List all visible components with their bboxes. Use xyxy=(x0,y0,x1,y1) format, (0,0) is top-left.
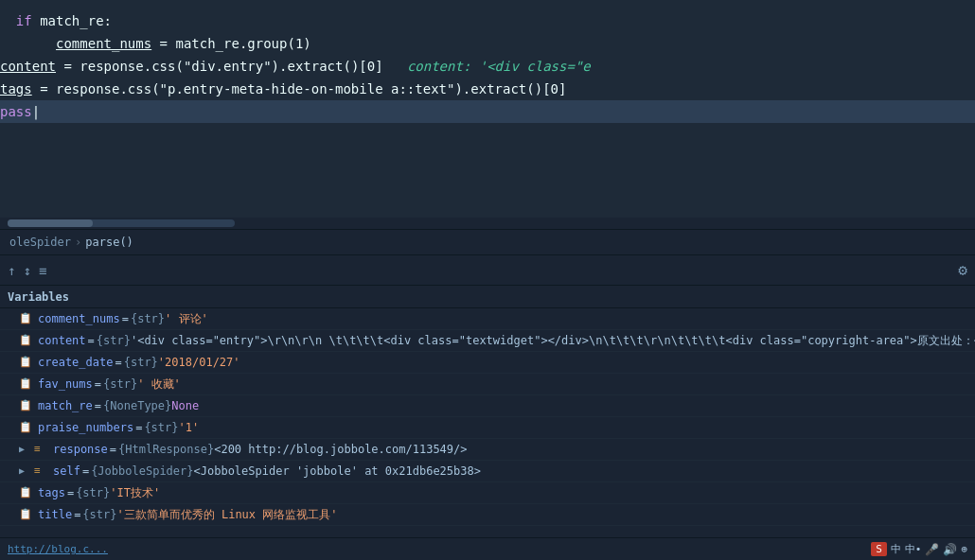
var-value: None xyxy=(171,397,199,414)
var-type: {str} xyxy=(131,310,165,327)
var-row-comment-nums[interactable]: 📋 comment_nums = {str} ' 评论' xyxy=(0,308,975,330)
status-icon-cn: 中 xyxy=(891,542,901,556)
status-url: http://blog.c... xyxy=(8,543,108,555)
step-into-icon[interactable]: ↕ xyxy=(23,263,30,278)
settings-icon[interactable]: ⚙ xyxy=(958,261,967,279)
var-type: {str} xyxy=(103,376,137,393)
status-s-badge: S xyxy=(871,542,887,556)
var-name: response xyxy=(53,441,108,458)
code-line-4: tags = response.css("p.entry-meta-hide-o… xyxy=(0,78,975,100)
var-name: title xyxy=(38,506,72,523)
var-equals: = xyxy=(135,419,142,436)
breadcrumb-parent: oleSpider xyxy=(9,236,71,249)
var-name: create_date xyxy=(38,354,113,371)
code-text: = response.css("p.entry-meta-hide-on-mob… xyxy=(32,81,567,96)
scrollbar-thumb[interactable] xyxy=(8,219,93,227)
keyword-if: if xyxy=(16,13,32,28)
var-equals: = xyxy=(67,484,74,501)
variables-list[interactable]: 📋 comment_nums = {str} ' 评论' 📋 content =… xyxy=(0,308,975,560)
code-text: = response.css("div.entry").extract()[0] xyxy=(56,59,383,74)
var-dict-icon: 📋 xyxy=(19,506,32,523)
code-line-empty xyxy=(0,123,975,146)
code-line-empty3 xyxy=(0,168,975,191)
var-equals: = xyxy=(88,332,95,349)
expand-icon[interactable]: ▶ xyxy=(19,441,30,458)
var-value: ' 收藏' xyxy=(137,376,181,393)
variables-title: Variables xyxy=(8,290,69,304)
var-value: '三款简单而优秀的 Linux 网络监视工具' xyxy=(116,506,337,523)
var-row-match-re[interactable]: 📋 match_re = {NoneType} None xyxy=(0,395,975,417)
var-name: praise_numbers xyxy=(38,419,133,436)
var-value: '2018/01/27' xyxy=(158,354,240,371)
code-line-empty2 xyxy=(0,146,975,168)
var-equals: = xyxy=(115,354,121,371)
var-list-icon: ≡ xyxy=(34,441,47,458)
var-list-icon: ≡ xyxy=(34,463,47,480)
var-name: match_re xyxy=(38,397,93,414)
var-name: fav_nums xyxy=(38,376,93,393)
var-type: {JobboleSpider} xyxy=(91,463,193,480)
var-dict-icon: 📋 xyxy=(19,397,32,414)
var-row-fav-nums[interactable]: 📋 fav_nums = {str} ' 收藏' xyxy=(0,374,975,395)
var-content: content xyxy=(0,59,56,74)
debugger-toolbar: ↑ ↕ ≡ ⚙ xyxy=(0,255,975,286)
var-tags: tags xyxy=(0,81,32,96)
var-equals: = xyxy=(95,397,101,414)
code-line-1: if match_re: xyxy=(0,9,975,32)
var-row-response[interactable]: ▶ ≡ response = {HtmlResponse} <200 http:… xyxy=(0,439,975,461)
expand-icon[interactable]: ▶ xyxy=(19,463,30,480)
step-over-icon[interactable]: ↑ xyxy=(8,263,15,278)
var-dict-icon: 📋 xyxy=(19,310,32,327)
var-row-self[interactable]: ▶ ≡ self = {JobboleSpider} <JobboleSpide… xyxy=(0,461,975,482)
var-name: self xyxy=(53,463,80,480)
status-icon-extra: ⊕ xyxy=(961,543,967,555)
var-dict-icon: 📋 xyxy=(19,376,32,393)
status-icon-speaker: 🔊 xyxy=(943,543,957,556)
var-equals: = xyxy=(122,310,129,327)
var-type: {HtmlResponse} xyxy=(118,441,214,458)
var-value: <200 http://blog.jobbole.com/113549/> xyxy=(214,441,467,458)
var-row-title[interactable]: 📋 title = {str} '三款简单而优秀的 Linux 网络监视工具' xyxy=(0,504,975,526)
code-line-2: comment_nums = match_re.group(1) xyxy=(0,32,975,55)
code-line-3: content = response.css("div.entry").extr… xyxy=(0,55,975,78)
var-equals: = xyxy=(82,463,89,480)
var-type: {str} xyxy=(97,332,131,349)
keyword-pass: pass xyxy=(0,104,32,119)
var-dict-icon: 📋 xyxy=(19,354,32,371)
main-window: if match_re: comment_nums = match_re.gro… xyxy=(0,0,975,560)
var-type: {str} xyxy=(124,354,158,371)
frames-icon[interactable]: ≡ xyxy=(39,263,46,278)
var-row-create-date[interactable]: 📋 create_date = {str} '2018/01/27' xyxy=(0,352,975,374)
var-dict-icon: 📋 xyxy=(19,419,32,436)
var-name: content xyxy=(38,332,86,349)
code-line-5: pass| xyxy=(0,100,975,123)
scrollbar-track[interactable] xyxy=(8,219,235,227)
code-editor[interactable]: if match_re: comment_nums = match_re.gro… xyxy=(0,0,975,218)
breadcrumb: oleSpider › parse() xyxy=(0,229,975,255)
code-text: = match_re.group(1) xyxy=(151,36,311,51)
code-text: match_re: xyxy=(32,13,112,28)
var-row-content[interactable]: 📋 content = {str} '<div class="entry">\r… xyxy=(0,330,975,352)
var-row-tags[interactable]: 📋 tags = {str} 'IT技术' xyxy=(0,482,975,504)
var-value: '1' xyxy=(179,419,200,436)
var-equals: = xyxy=(74,506,80,523)
breadcrumb-separator: › xyxy=(75,236,81,249)
var-dict-icon: 📋 xyxy=(19,484,32,501)
status-icon-cn2: 中• xyxy=(905,542,922,556)
status-right-area: S 中 中• 🎤 🔊 ⊕ xyxy=(871,542,967,556)
status-bar: http://blog.c... S 中 中• 🎤 🔊 ⊕ xyxy=(0,537,975,560)
var-equals: = xyxy=(95,376,101,393)
var-type: {str} xyxy=(144,419,178,436)
var-value: 'IT技术' xyxy=(110,484,160,501)
var-type: {NoneType} xyxy=(103,397,171,414)
var-row-praise-numbers[interactable]: 📋 praise_numbers = {str} '1' xyxy=(0,417,975,439)
breadcrumb-current: parse() xyxy=(85,236,133,249)
code-comment: content: '<div class="e xyxy=(407,59,591,74)
cursor: | xyxy=(32,104,40,119)
var-comment-nums: comment_nums xyxy=(56,36,151,51)
var-type: {str} xyxy=(76,484,110,501)
status-icon-mic: 🎤 xyxy=(925,543,939,556)
scrollbar-area[interactable] xyxy=(0,218,975,229)
var-name: tags xyxy=(38,484,65,501)
var-name: comment_nums xyxy=(38,310,120,327)
